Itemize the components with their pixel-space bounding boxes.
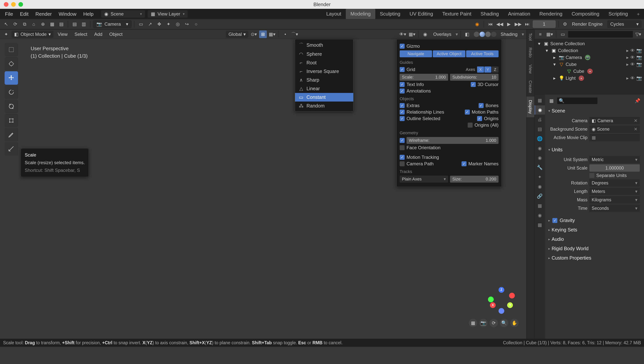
sidetab-display[interactable]: Display — [526, 96, 534, 117]
nav-refresh-icon[interactable]: ⟳ — [489, 319, 498, 327]
rect-icon[interactable]: ▭ — [137, 20, 145, 28]
restrict-select-icon[interactable]: ▸ — [626, 48, 629, 53]
proptab-output[interactable]: 🖨 — [534, 115, 545, 124]
tab-scripting[interactable]: Scripting — [604, 8, 632, 19]
move-tool[interactable] — [5, 71, 18, 85]
snap-type-icon[interactable]: ▦▾ — [268, 30, 276, 38]
falloff-inverse-square[interactable]: ⌐Inverse Square — [295, 67, 353, 76]
grid-subdiv-input[interactable]: Subdivisions:10 — [450, 74, 498, 81]
unitsystem-select[interactable]: Metric▾ — [589, 156, 640, 163]
close-window-button[interactable] — [4, 2, 9, 7]
cursor3d-checkbox[interactable]: ✓ — [471, 82, 476, 87]
circle-icon[interactable]: ○ — [192, 20, 200, 28]
axis-x-pos[interactable]: X — [490, 302, 496, 308]
outliner-new-icon[interactable]: ▭ — [559, 30, 566, 38]
tree-scene-collection[interactable]: ▾▣ Scene Collection — [534, 40, 644, 47]
cpath-checkbox[interactable] — [400, 161, 405, 166]
mode-selector[interactable]: ◧ Object Mode ▾ — [12, 31, 54, 38]
visibility-icon[interactable]: 👁 — [630, 48, 635, 53]
gravity-checkbox[interactable]: ✓ — [552, 218, 557, 223]
proptab-modifier[interactable]: 🔧 — [534, 163, 545, 172]
copy-icon[interactable]: ⧉ — [21, 20, 28, 28]
axis-x-neg[interactable] — [509, 293, 515, 298]
jump-end-icon[interactable]: ⏭ — [523, 20, 531, 28]
grid-checkbox[interactable]: ✓ — [400, 67, 405, 72]
mnames-checkbox[interactable]: ✓ — [461, 161, 466, 166]
rel-checkbox[interactable]: ✓ — [400, 110, 405, 114]
panel-audio-header[interactable]: ▸Audio — [548, 235, 641, 244]
proptab-scene[interactable]: ◉ — [534, 105, 545, 114]
nav-pan-icon[interactable]: ✋ — [510, 319, 519, 327]
origins-checkbox[interactable]: ✓ — [477, 116, 482, 121]
falloff-random[interactable]: ⁂Random — [295, 102, 353, 110]
falloff-root[interactable]: ⌐Root — [295, 58, 353, 67]
axis-y-pos[interactable]: Y — [507, 302, 513, 308]
mpaths-checkbox[interactable]: ✓ — [465, 110, 470, 114]
proptab-world[interactable]: 🌐 — [534, 134, 545, 143]
globe-icon[interactable]: ⊕ — [39, 20, 47, 28]
gizmo-navigate-btn[interactable]: Navigate — [400, 50, 432, 57]
menu-window[interactable]: Window — [55, 10, 80, 18]
proptab-material[interactable]: ◉ — [534, 211, 545, 220]
visibility-icon[interactable]: 👁▾ — [399, 30, 406, 38]
3d-viewport[interactable]: ✦ ◧ Object Mode ▾ View Select Add Object… — [0, 30, 526, 339]
grid-icon[interactable]: ▦ — [48, 20, 56, 28]
prop-edit-dot-icon[interactable]: • — [282, 30, 289, 38]
tree-camera[interactable]: ▸📷 Camera 📷 ▸👁📷 — [534, 54, 644, 61]
cursor-icon[interactable]: ↖ — [2, 20, 10, 28]
sidetab-view[interactable]: View — [526, 61, 534, 77]
tab-shading[interactable]: Shading — [476, 8, 503, 19]
tab-modeling[interactable]: Modeling — [346, 8, 375, 19]
outliner-filter-icon[interactable]: ▽▾ — [634, 30, 642, 38]
tab-sculpting[interactable]: Sculpting — [375, 8, 405, 19]
proptab-data[interactable]: ▦ — [534, 201, 545, 210]
bg-scene-field[interactable]: ◉Scene✕ — [589, 126, 640, 133]
nav-persp-icon[interactable]: ▦ — [469, 319, 477, 327]
select-box-tool[interactable] — [5, 43, 18, 56]
tab-animation[interactable]: Animation — [503, 8, 535, 19]
transform-tool[interactable] — [5, 114, 18, 127]
gizmo-checkbox[interactable]: ✓ — [400, 44, 405, 49]
tab-compositing[interactable]: Compositing — [567, 8, 604, 19]
nav-camera-icon[interactable]: 📷 — [479, 319, 488, 327]
tracks-type-select[interactable]: Plain Axes▾ — [400, 176, 448, 182]
layers-icon[interactable]: ▤ — [71, 20, 78, 28]
tab-texturepaint[interactable]: Texture Paint — [438, 8, 476, 19]
scene-camera-field[interactable]: ◧Camera✕ — [589, 117, 640, 124]
tab-rendering[interactable]: Rendering — [535, 8, 567, 19]
extras-checkbox[interactable]: ✓ — [400, 103, 405, 108]
proptab-particles[interactable]: ✦ — [534, 172, 545, 182]
tree-light[interactable]: ▸💡 Light ● ▸👁📷 — [534, 75, 644, 82]
measure-tool[interactable] — [5, 142, 18, 156]
unitscale-input[interactable]: 1.000000 — [589, 164, 640, 172]
falloff-constant[interactable]: ▭Constant — [295, 93, 353, 102]
falloff-smooth[interactable]: ⌒Smooth — [295, 40, 353, 50]
menu-edit[interactable]: Edit — [17, 10, 32, 18]
textinfo-checkbox[interactable]: ✓ — [400, 82, 405, 87]
pivot-icon[interactable]: ⊙▾ — [250, 30, 258, 38]
frame-input[interactable]: 1 — [533, 20, 556, 28]
axis-y-toggle[interactable]: Y — [484, 66, 491, 72]
maximize-window-button[interactable] — [19, 2, 23, 7]
outliner-search[interactable] — [568, 31, 633, 38]
panel-customprops-header[interactable]: ▸Custom Properties — [548, 254, 641, 262]
panel-rigidbody-header[interactable]: ▸Rigid Body World — [548, 244, 641, 253]
annotate-tool[interactable] — [5, 128, 18, 142]
tab-uvediting[interactable]: UV Editing — [405, 8, 438, 19]
overlays-dropdown[interactable]: Overlays — [430, 30, 454, 38]
scale-tool[interactable] — [5, 100, 18, 113]
arrow2-icon[interactable]: ↪ — [183, 20, 191, 28]
tree-cube-mesh[interactable]: ▽ Cube ● — [534, 68, 644, 75]
falloff-linear[interactable]: △Linear — [295, 84, 353, 93]
shading-rendered[interactable] — [491, 32, 496, 37]
separate-units-checkbox[interactable] — [589, 173, 594, 178]
film-icon[interactable]: ▤ — [58, 20, 65, 28]
vp-menu-add[interactable]: Add — [92, 30, 105, 38]
props-editor-icon[interactable]: ▦ — [548, 97, 555, 104]
shading-material[interactable] — [485, 32, 491, 37]
sidetab-redo[interactable]: Redo — [526, 44, 534, 61]
shading-dropdown[interactable]: Shading — [498, 30, 520, 38]
axis-z-toggle[interactable]: Z — [492, 66, 498, 72]
target-icon[interactable]: ◎ — [174, 20, 182, 28]
props-pin-icon[interactable]: 📌 — [634, 97, 641, 104]
